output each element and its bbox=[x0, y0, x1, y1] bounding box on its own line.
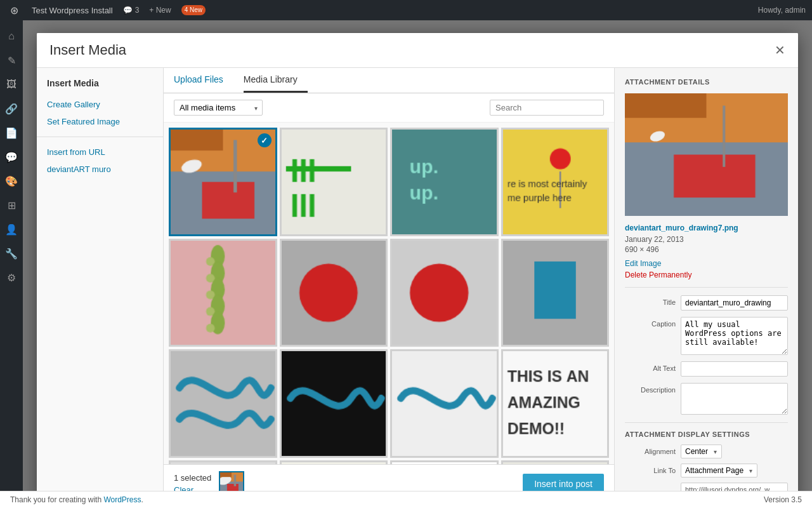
wordpress-link[interactable]: WordPress bbox=[103, 495, 141, 504]
sidebar-icon-appearance[interactable]: 🎨 bbox=[0, 170, 23, 192]
attachment-filename: deviantart_muro_drawing7.png bbox=[625, 224, 788, 232]
title-input[interactable] bbox=[681, 295, 788, 311]
sidebar-icon-links[interactable]: 🔗 bbox=[0, 98, 23, 119]
media-item-inner bbox=[171, 241, 275, 345]
sidebar-create-gallery[interactable]: Create Gallery bbox=[37, 96, 163, 113]
media-item-inner bbox=[392, 351, 497, 456]
sidebar-icon-posts[interactable]: ✎ bbox=[0, 50, 23, 71]
media-item-inner bbox=[392, 241, 497, 345]
link-to-label: Link To bbox=[625, 467, 676, 474]
sidebar-icon-plugins[interactable]: ⊞ bbox=[0, 194, 23, 216]
description-label: Description bbox=[625, 383, 676, 394]
link-to-select[interactable]: None Media File Attachment Page Custom U… bbox=[681, 464, 757, 478]
attachment-details-title: ATTACHMENT DETAILS bbox=[625, 78, 788, 86]
wp-layout: ⌂ ✎ 🖼 🔗 📄 💬 🎨 ⊞ 👤 🔧 ⚙ Insert Media ✕ bbox=[0, 20, 812, 508]
media-toolbar: All media items Images Audio Video bbox=[164, 93, 614, 123]
media-grid-wrapper[interactable]: ✓ bbox=[164, 123, 614, 464]
title-field-row: Title bbox=[625, 295, 788, 311]
media-item[interactable] bbox=[501, 239, 610, 347]
media-item-inner bbox=[503, 462, 608, 465]
tab-upload-files[interactable]: Upload Files bbox=[174, 68, 233, 93]
media-filter-select[interactable]: All media items Images Audio Video bbox=[174, 100, 263, 116]
new-item[interactable]: + New bbox=[149, 6, 171, 15]
media-item[interactable]: ✓ bbox=[169, 128, 277, 236]
display-settings-title: ATTACHMENT DISPLAY SETTINGS bbox=[625, 431, 788, 438]
sidebar-set-featured-image[interactable]: Set Featured Image bbox=[37, 113, 163, 130]
alt-text-field-row: Alt Text bbox=[625, 361, 788, 377]
sidebar-icon-tools[interactable]: 🔧 bbox=[0, 243, 23, 264]
selected-count: 1 selected bbox=[174, 473, 211, 483]
site-name[interactable]: Test Wordpress Install bbox=[32, 6, 113, 15]
media-item[interactable] bbox=[169, 460, 277, 465]
description-textarea[interactable] bbox=[681, 383, 788, 415]
admin-bar: ⊛ Test Wordpress Install 💬 3 + New 4 New… bbox=[0, 0, 812, 20]
media-item[interactable] bbox=[169, 239, 277, 347]
alignment-label: Alignment bbox=[625, 448, 676, 455]
sidebar-icon-media[interactable]: 🖼 bbox=[0, 74, 23, 95]
media-item-inner bbox=[171, 351, 275, 456]
media-item[interactable] bbox=[390, 239, 499, 347]
media-item[interactable] bbox=[390, 460, 499, 465]
filter-select-wrapper: All media items Images Audio Video bbox=[174, 100, 263, 116]
sidebar-deviantart[interactable]: deviantART muro bbox=[37, 161, 163, 178]
description-field-row: Description bbox=[625, 383, 788, 415]
delete-permanently-link[interactable]: Delete Permanently bbox=[625, 271, 788, 279]
notifications-item[interactable]: 4 New bbox=[181, 5, 206, 15]
tab-media-library[interactable]: Media Library bbox=[244, 68, 308, 93]
sidebar-insert-url[interactable]: Insert from URL bbox=[37, 144, 163, 161]
sidebar-icon-users[interactable]: 👤 bbox=[0, 218, 23, 240]
media-tabs: Upload Files Media Library bbox=[164, 68, 614, 93]
new-label: + New bbox=[149, 6, 171, 15]
sidebar-divider bbox=[37, 137, 163, 137]
sidebar-title: Insert Media bbox=[37, 78, 163, 96]
notification-badge: 4 New bbox=[181, 5, 206, 15]
media-item[interactable] bbox=[280, 460, 388, 465]
comment-count: 3 bbox=[135, 6, 140, 15]
insert-media-modal: Insert Media ✕ Insert Media Create Galle… bbox=[37, 33, 798, 503]
sidebar-icon-settings[interactable]: ⚙ bbox=[0, 267, 23, 288]
modal-title: Insert Media bbox=[49, 42, 126, 58]
media-item[interactable] bbox=[280, 239, 388, 347]
howdy: Howdy, admin bbox=[758, 6, 806, 15]
media-grid: ✓ bbox=[166, 125, 612, 464]
edit-image-link[interactable]: Edit Image bbox=[625, 259, 788, 268]
close-button[interactable]: ✕ bbox=[775, 44, 785, 57]
selected-check: ✓ bbox=[258, 133, 272, 147]
sidebar-icon-dashboard[interactable]: ⌂ bbox=[0, 25, 23, 47]
modal-body: Insert Media Create Gallery Set Featured… bbox=[37, 68, 798, 503]
sidebar-icon-pages[interactable]: 📄 bbox=[0, 122, 23, 144]
sidebar-icon-comments[interactable]: 💬 bbox=[0, 146, 23, 168]
version-text: Version 3.5 bbox=[764, 495, 802, 504]
title-label: Title bbox=[625, 295, 676, 306]
comment-icon: 💬 bbox=[123, 6, 133, 15]
media-item[interactable] bbox=[501, 349, 610, 458]
media-item[interactable] bbox=[501, 460, 610, 465]
wp-logo[interactable]: ⊛ bbox=[6, 3, 22, 18]
caption-textarea[interactable]: All my usual WordPress options are still… bbox=[681, 317, 788, 355]
media-item-inner bbox=[282, 351, 386, 456]
media-item[interactable] bbox=[280, 349, 388, 458]
media-item[interactable] bbox=[390, 128, 499, 236]
att-divider-2 bbox=[625, 422, 788, 423]
attachment-details-panel: ATTACHMENT DETAILS deviantart_muro_drawi… bbox=[614, 68, 798, 503]
comments-item[interactable]: 💬 3 bbox=[123, 6, 140, 15]
media-item-inner bbox=[503, 241, 608, 345]
media-item-inner bbox=[392, 130, 497, 234]
media-item[interactable] bbox=[169, 349, 277, 458]
main-content: Insert Media ✕ Insert Media Create Galle… bbox=[23, 20, 812, 508]
media-sidebar: Insert Media Create Gallery Set Featured… bbox=[37, 68, 164, 503]
media-item-inner bbox=[282, 241, 386, 345]
media-item[interactable] bbox=[501, 128, 610, 236]
status-text: Thank you for creating with WordPress. bbox=[10, 495, 143, 504]
alignment-select-wrapper: None Left Center Right bbox=[681, 444, 722, 458]
media-item[interactable] bbox=[390, 349, 499, 458]
media-search-input[interactable] bbox=[490, 100, 604, 116]
alignment-select[interactable]: None Left Center Right bbox=[681, 444, 722, 458]
link-to-select-wrapper: None Media File Attachment Page Custom U… bbox=[681, 464, 757, 478]
alt-text-input[interactable] bbox=[681, 361, 788, 377]
media-item-inner bbox=[282, 130, 386, 234]
media-item-inner bbox=[503, 130, 608, 234]
media-item[interactable] bbox=[280, 128, 388, 236]
modal-header: Insert Media ✕ bbox=[37, 33, 798, 68]
media-content: Upload Files Media Library All media ite… bbox=[164, 68, 614, 503]
